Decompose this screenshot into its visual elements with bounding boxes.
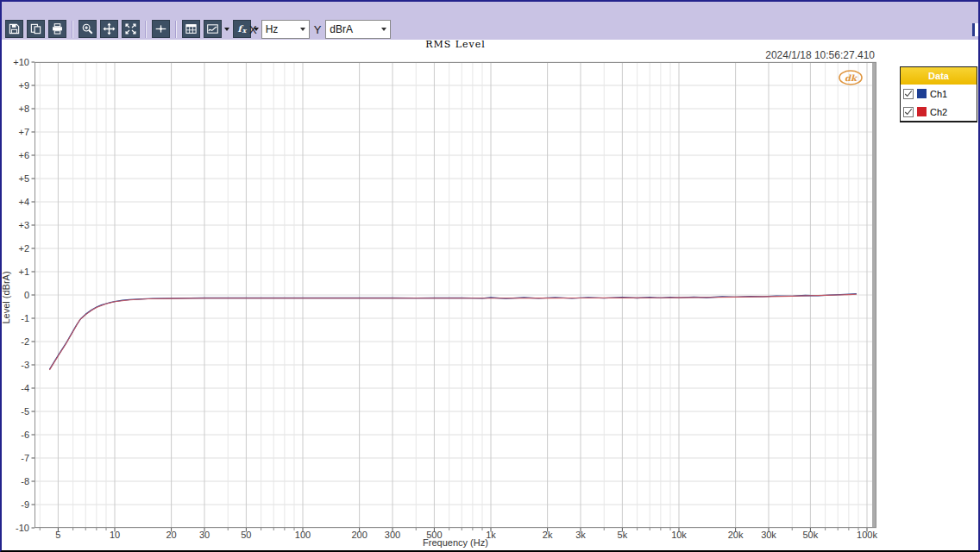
y-unit-value: dBrA: [330, 23, 353, 35]
toolbar-separator: [145, 21, 147, 38]
clipped-panel-edge: [972, 23, 980, 36]
y-tick-label: -10: [16, 523, 29, 533]
y-unit-combobox[interactable]: dBrA: [325, 20, 391, 39]
y-tick-label: +2: [18, 243, 29, 254]
dropdown-caret-icon[interactable]: [224, 28, 229, 31]
chevron-down-icon: [300, 28, 305, 31]
toolbar-separator: [72, 21, 73, 38]
cursor-button[interactable]: [152, 20, 170, 38]
svg-text:dk: dk: [845, 73, 858, 83]
series-color-swatch: [917, 107, 927, 116]
y-tick-label: +4: [18, 197, 29, 207]
legend-item-label: Ch1: [930, 89, 947, 99]
toolbar: X Hz Y dBrA: [0, 0, 980, 40]
y-tick-label: -3: [21, 360, 29, 370]
gridlines: [35, 62, 876, 528]
chevron-down-icon: [381, 28, 386, 31]
legend-checkbox-ch1[interactable]: [903, 89, 914, 99]
y-tick-label: -9: [21, 499, 29, 510]
y-tick-label: +8: [18, 104, 29, 114]
save-button[interactable]: [5, 20, 23, 38]
y-tick-label: -6: [21, 430, 29, 440]
y-tick-label: 0: [24, 290, 29, 300]
print-button[interactable]: [48, 20, 66, 38]
copy-button[interactable]: [27, 20, 45, 38]
data-table-icon: [185, 22, 198, 35]
x-unit-value: Hz: [266, 23, 279, 35]
x-unit-combobox[interactable]: Hz: [261, 20, 310, 39]
fit-button[interactable]: [122, 20, 140, 38]
graph-icon: [206, 22, 219, 35]
checkmark-icon: [904, 108, 913, 116]
checkmark-icon: [904, 90, 913, 98]
series-color-swatch: [917, 89, 927, 98]
x-axis-selector-label: X: [249, 23, 257, 36]
timestamp: 2024/1/18 10:56:27.410: [765, 49, 875, 61]
y-tick-label: +10: [13, 57, 29, 67]
y-tick-label: -2: [21, 336, 29, 347]
data-table-button[interactable]: [182, 20, 200, 38]
plot-area: 5102030501002003005001k2k3k5k10k20k30k50…: [0, 0, 980, 552]
zoom-in-button[interactable]: [79, 20, 97, 38]
y-tick-label: -7: [21, 453, 29, 463]
graph-button[interactable]: [204, 20, 222, 38]
y-tick-label: +3: [18, 220, 29, 230]
legend-item-label: Ch2: [930, 107, 947, 117]
y-axis-selector-label: Y: [314, 23, 322, 36]
y-axis-title: Level (dBrA): [1, 259, 13, 336]
y-tick-label: -1: [21, 313, 29, 323]
y-tick-label: -5: [21, 406, 29, 417]
y-tick-label: -4: [21, 383, 29, 393]
print-icon: [51, 22, 64, 35]
copy-icon: [29, 22, 42, 35]
legend-checkbox-ch2[interactable]: [903, 107, 914, 117]
legend-panel: Data Ch1Ch2: [900, 66, 977, 122]
zoom-in-icon: [81, 22, 94, 35]
legend-row-ch1[interactable]: Ch1: [901, 85, 977, 103]
toolbar-separator: [175, 21, 177, 38]
save-icon: [8, 22, 21, 35]
pan-button[interactable]: [100, 20, 118, 38]
y-tick-label: -8: [21, 476, 29, 486]
pan-icon: [103, 22, 116, 35]
y-tick-label: +7: [18, 127, 29, 137]
cursor-icon: [154, 22, 167, 35]
y-tick-label: +1: [18, 267, 29, 277]
x-axis-title: Frequency (Hz): [35, 537, 876, 548]
chart-title: RMS Level: [35, 39, 876, 50]
legend-row-ch2[interactable]: Ch2: [901, 103, 977, 121]
y-tick-label: +9: [18, 80, 29, 91]
legend-header: Data: [901, 67, 977, 85]
fit-icon: [124, 22, 137, 35]
y-tick-label: +6: [18, 150, 29, 160]
y-tick-label: +5: [18, 173, 29, 184]
